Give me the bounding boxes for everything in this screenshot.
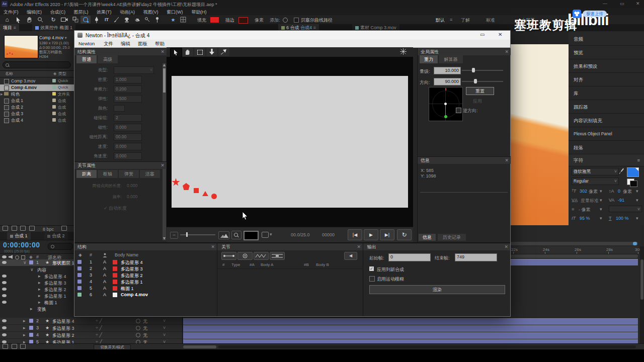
collision-group-field[interactable]: 2	[114, 114, 142, 122]
tab-gravity[interactable]: 重力	[420, 55, 438, 63]
chevron-down-icon[interactable]: ▾	[600, 189, 602, 194]
panel-tracker[interactable]: 跟踪器	[569, 100, 644, 114]
eye-icon[interactable]	[2, 301, 7, 304]
reset-gravity-button[interactable]: 重置	[466, 87, 494, 95]
square-body[interactable]	[194, 188, 199, 193]
layer-row[interactable]: ▸ 4 ★ 多边星形 2 ÷ ╱ 无 ˅	[0, 332, 182, 339]
close-icon[interactable]: ✕	[160, 162, 165, 169]
display-mode-chevron[interactable]: ▾	[270, 232, 272, 237]
vertical-scale-value[interactable]: 95 %	[580, 216, 590, 221]
scroll-thumb[interactable]	[163, 68, 166, 93]
tracking-value[interactable]: -91	[618, 198, 624, 203]
switches[interactable]: ÷ ╱	[96, 332, 102, 337]
chevron-down-icon[interactable]: ▾	[636, 216, 638, 221]
audio-column-icon[interactable]	[9, 255, 13, 259]
stroke-width-value[interactable]: - 像素	[579, 207, 591, 213]
comp-menu-icon[interactable]: ≡	[313, 25, 316, 30]
stroke-color-swatch-fg[interactable]	[630, 180, 637, 187]
project-row[interactable]: 合成 4合成	[0, 117, 74, 124]
panel-header[interactable]: 信息✕	[418, 157, 511, 164]
font-size-value[interactable]: 302	[580, 189, 587, 194]
timeline-hscroll-thumb[interactable]	[183, 345, 216, 348]
color-swatch[interactable]	[114, 105, 125, 112]
end-frame-field[interactable]: 749	[455, 253, 497, 261]
twirl-icon[interactable]: ▸	[23, 332, 26, 337]
piston-joint-button[interactable]	[270, 252, 285, 260]
body-row[interactable]: 4A多边星形 1	[74, 279, 217, 285]
grid-icon[interactable]	[178, 16, 188, 24]
horizontal-scale-value[interactable]: 100 %	[616, 216, 629, 221]
body-row[interactable]: 1A多边星形 4	[74, 259, 217, 265]
minimize-button[interactable]: —	[603, 1, 607, 6]
timeline-search-input[interactable]	[48, 243, 73, 250]
eye-icon[interactable]	[2, 275, 7, 278]
tab-pivot[interactable]: 枢轴	[98, 170, 118, 178]
newton-maximize-button[interactable]: ▭	[480, 32, 485, 37]
zoom-tool-icon[interactable]	[35, 16, 45, 24]
apply-to-new-comp-checkbox[interactable]: ✓	[369, 266, 374, 271]
tab-comp-1[interactable]: 合成 1	[7, 232, 31, 240]
panel-audio[interactable]: 音频	[569, 32, 644, 46]
add-label[interactable]: 添加:	[270, 17, 280, 24]
render-button[interactable]: 渲染	[369, 285, 505, 294]
panel-paragraph[interactable]: 段落	[569, 141, 644, 154]
newton-menu-edit[interactable]: 编辑	[121, 41, 130, 47]
gravity-tool-button[interactable]	[206, 48, 217, 56]
eye-column-icon[interactable]	[2, 255, 7, 258]
step-forward-button[interactable]: ▶|	[380, 229, 394, 240]
bezier-checkbox[interactable]	[294, 18, 299, 23]
chevron-down-icon[interactable]: ˅	[163, 318, 166, 323]
panel-header[interactable]: 关节✕	[217, 243, 363, 250]
frequency-field[interactable]: 0.000	[127, 194, 137, 199]
panel-header[interactable]: 全局属性✕	[418, 48, 511, 55]
pickwhip-icon[interactable]	[136, 333, 140, 337]
kerning-value[interactable]: 度量标准	[581, 198, 599, 204]
tag-column-icon[interactable]: ◈	[78, 252, 82, 257]
label-chip[interactable]	[52, 118, 56, 122]
character-menu-icon[interactable]: ≡	[637, 154, 640, 166]
graph-editor-icon[interactable]	[12, 344, 17, 349]
body-color-swatch[interactable]	[113, 260, 117, 264]
body-row[interactable]: 6AComp 4.mov	[74, 292, 217, 298]
panel-header[interactable]: 结构属性✕	[74, 48, 167, 55]
body-row[interactable]: 5A椭圆 1	[74, 285, 217, 292]
project-row[interactable]: 合成 2合成	[0, 104, 74, 111]
font-family-select[interactable]: 微软雅黑˅	[572, 168, 619, 175]
reset-simulation-button[interactable]: ↻	[397, 229, 412, 240]
label-chip[interactable]	[52, 105, 56, 109]
start-frame-field[interactable]: 0	[388, 253, 431, 261]
select-tool-button[interactable]	[170, 48, 182, 57]
tab-solver[interactable]: 解算器	[439, 55, 463, 63]
background-color-swatch[interactable]	[244, 231, 259, 240]
eye-icon[interactable]	[2, 333, 7, 336]
tab-project[interactable]: 项目 ≡	[0, 24, 19, 31]
newton-menu-help[interactable]: 帮助	[155, 41, 165, 47]
invert-direction-checkbox[interactable]	[456, 108, 461, 113]
twirl-icon[interactable]: ▸	[30, 306, 33, 311]
auto-length-checkbox[interactable]: ✓ 自动长度	[104, 205, 127, 212]
clone-stamp-tool-icon[interactable]	[122, 16, 132, 24]
motion-blur-checkbox[interactable]	[369, 276, 375, 282]
tab-distance[interactable]: 距离	[76, 170, 97, 178]
close-icon[interactable]: ✕	[160, 48, 165, 55]
camera-tool-icon[interactable]	[59, 16, 69, 24]
label-chip[interactable]	[29, 326, 33, 330]
selection-tool-icon[interactable]	[13, 16, 23, 24]
maximize-button[interactable]: ▭	[620, 1, 624, 6]
twirl-icon[interactable]: ▸	[23, 325, 26, 330]
layer-row[interactable]: ▸ 3 ★ 多边星形 3 ÷ ╱ 无 ˅	[0, 325, 182, 332]
star-body[interactable]	[172, 178, 180, 187]
eraser-tool-icon[interactable]	[132, 16, 142, 24]
friction-field[interactable]: 0.200	[114, 85, 142, 93]
display-mode-icon[interactable]	[262, 232, 269, 238]
direction-slider-thumb[interactable]	[474, 79, 477, 83]
delete-joint-button[interactable]: ◀	[344, 252, 357, 260]
velocity-field[interactable]: 0.000	[114, 143, 142, 150]
length-field[interactable]: 0.000	[127, 183, 137, 188]
scroll-thumb[interactable]	[640, 259, 643, 300]
layer-name[interactable]: 形状图层 1	[52, 260, 74, 266]
magnetism-field[interactable]: 0.000	[114, 124, 142, 131]
project-row[interactable]: 合成 3合成	[0, 111, 74, 117]
roto-brush-tool-icon[interactable]	[142, 16, 152, 24]
current-time-display[interactable]: 0:00:00:00	[3, 241, 40, 249]
